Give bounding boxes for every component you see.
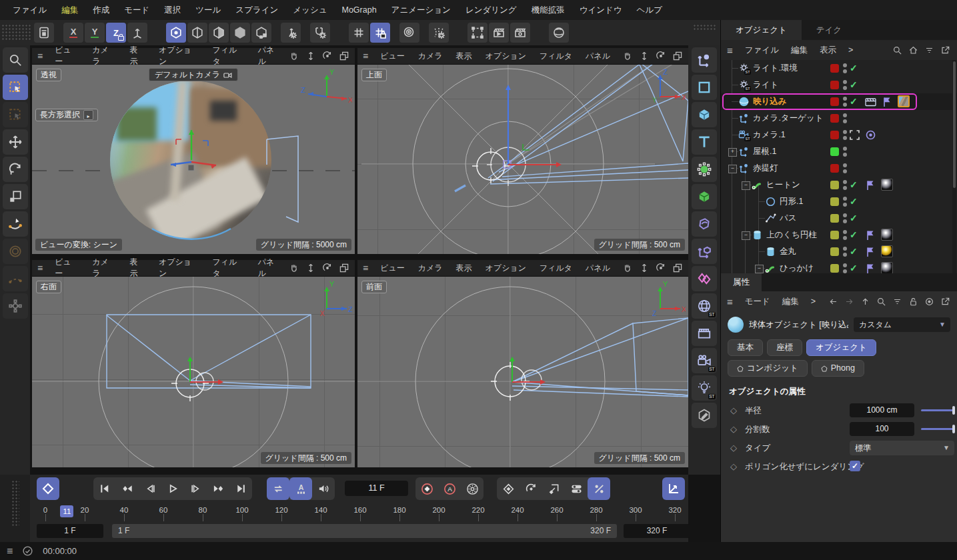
- record-keyframe-button[interactable]: [37, 477, 59, 500]
- key-diamond-icon[interactable]: ◇: [730, 457, 737, 476]
- null-object-button[interactable]: [692, 47, 717, 73]
- enabled-check-icon[interactable]: ✓: [850, 93, 858, 110]
- maximize-icon[interactable]: [339, 263, 349, 273]
- enabled-check-icon[interactable]: ✓: [850, 210, 858, 227]
- attr-tab-2[interactable]: オブジェクト: [806, 339, 876, 356]
- object-row-ひっかけ[interactable]: −ひっかけ✓: [721, 260, 957, 273]
- visibility-dots[interactable]: [843, 63, 847, 73]
- enabled-check-icon[interactable]: ✓: [850, 260, 858, 273]
- grid-snap-button[interactable]: [349, 23, 369, 43]
- text-object-button[interactable]: [692, 129, 717, 155]
- filter-icon[interactable]: [892, 297, 902, 307]
- attr-menu-1[interactable]: 編集: [776, 296, 805, 307]
- camera-button[interactable]: ST: [692, 348, 717, 373]
- viewport-right-canvas[interactable]: Y X Z 右面 グリッド間隔 : 500 cm: [32, 277, 355, 467]
- object-row-赤提灯[interactable]: −赤提灯: [721, 160, 957, 177]
- viewport-menu-1[interactable]: カメラ: [411, 51, 449, 62]
- flag-tag-icon[interactable]: [864, 245, 877, 258]
- object-name[interactable]: 金丸: [780, 243, 796, 260]
- flag-tag-icon[interactable]: [864, 229, 877, 241]
- attr-menu-icon[interactable]: ≡: [721, 296, 739, 307]
- viewport-menu-1[interactable]: カメラ: [85, 45, 123, 67]
- lock-y-axis-button[interactable]: Y: [85, 23, 105, 43]
- material-edit-button[interactable]: [692, 403, 717, 428]
- status-menu-icon[interactable]: ≡: [7, 545, 13, 557]
- viewport-menu-4[interactable]: フィルタ: [205, 257, 251, 279]
- stage-button[interactable]: [692, 321, 717, 346]
- viewport-menu-4[interactable]: フィルタ: [533, 51, 579, 62]
- viewport-menu-4[interactable]: フィルタ: [533, 263, 579, 274]
- object-name[interactable]: ひっかけ: [780, 260, 814, 273]
- visibility-dots[interactable]: [843, 197, 847, 207]
- value-checkbox[interactable]: ✓: [850, 461, 860, 471]
- layer-color-chip[interactable]: [830, 214, 839, 223]
- instance-button[interactable]: [692, 239, 717, 264]
- tool-popup-icon[interactable]: ▸: [83, 110, 93, 120]
- viewport-menu-icon[interactable]: ≡: [32, 51, 48, 61]
- menu-item-10[interactable]: レンダリング: [458, 5, 524, 16]
- viewport-menu-icon[interactable]: ≡: [357, 263, 373, 273]
- visibility-dots[interactable]: [843, 130, 847, 140]
- pan-icon[interactable]: [622, 263, 633, 273]
- enabled-check-icon[interactable]: ✓: [850, 60, 858, 77]
- autokey-display-button[interactable]: A: [289, 477, 312, 500]
- object-name[interactable]: パス: [780, 210, 797, 227]
- object-row-ライト.環境[interactable]: STライト.環境✓: [721, 60, 957, 77]
- object-row-ヒートン[interactable]: −ヒートン✓: [721, 177, 957, 193]
- rotate-tool-button[interactable]: [3, 157, 28, 182]
- render-tag-icon[interactable]: [864, 95, 877, 108]
- mirror-button[interactable]: [429, 23, 449, 43]
- preset-dropdown[interactable]: カスタム▼: [854, 317, 950, 332]
- viewport-menu-0[interactable]: ビュー: [373, 263, 411, 274]
- mode-edges-button[interactable]: [187, 23, 207, 43]
- layer-color-chip[interactable]: [830, 264, 839, 273]
- viewport-menu-2[interactable]: 表示: [123, 257, 152, 279]
- attr-tab-0[interactable]: 基本: [728, 339, 763, 356]
- manager-tab-0[interactable]: オブジェクト: [721, 20, 802, 40]
- om-menu-2[interactable]: 表示: [814, 45, 842, 56]
- snap-button[interactable]: [310, 23, 330, 43]
- object-name[interactable]: ライト.環境: [753, 60, 798, 77]
- key-parameter-button[interactable]: [565, 477, 588, 500]
- visibility-dots[interactable]: [843, 213, 847, 223]
- sphere-object-icon[interactable]: [738, 96, 750, 107]
- object-name[interactable]: 映り込み: [753, 93, 787, 110]
- material-tag-silver[interactable]: [881, 229, 893, 241]
- simulation-off-button[interactable]: [588, 477, 610, 500]
- key-diamond-icon[interactable]: ◇: [730, 439, 737, 457]
- key-position-button[interactable]: [497, 477, 520, 500]
- null-object-icon[interactable]: [738, 146, 750, 157]
- render-view-button[interactable]: [489, 23, 509, 43]
- object-row-金丸[interactable]: 金丸✓: [721, 243, 957, 260]
- zoom-view-icon[interactable]: [305, 263, 316, 273]
- value-field[interactable]: 100: [850, 422, 914, 436]
- cylinder-object-icon[interactable]: [765, 246, 776, 257]
- object-name[interactable]: 赤提灯: [753, 160, 778, 177]
- flag-tag-icon[interactable]: [881, 95, 894, 108]
- menu-item-6[interactable]: スプライン: [228, 5, 285, 16]
- play-button[interactable]: [161, 477, 184, 500]
- object-name[interactable]: カメラ.1: [753, 127, 786, 143]
- layer-color-chip[interactable]: [830, 97, 839, 106]
- value-field[interactable]: 1000 cm: [850, 403, 914, 417]
- material-tag-silver[interactable]: [881, 179, 893, 191]
- target-tag-icon[interactable]: [864, 129, 877, 141]
- viewport-menu-5[interactable]: パネル: [579, 263, 617, 274]
- object-name[interactable]: ライト: [753, 77, 778, 93]
- viewport-menu-0[interactable]: ビュー: [373, 51, 411, 62]
- attr-tab-1[interactable]: 座標: [767, 339, 802, 356]
- visibility-dots[interactable]: [843, 247, 847, 257]
- joint-tool-button[interactable]: [3, 293, 28, 319]
- enabled-check-icon[interactable]: ✓: [850, 227, 858, 243]
- visibility-dots[interactable]: [843, 163, 847, 173]
- enabled-check-icon[interactable]: ✓: [850, 193, 858, 210]
- timeline-ruler[interactable]: 0204060801001201401601802002202402602803…: [30, 504, 688, 521]
- viewport-menu-icon[interactable]: ≡: [357, 51, 373, 61]
- visibility-dots[interactable]: [843, 113, 847, 123]
- visibility-dots[interactable]: [843, 263, 847, 273]
- modeling-axis-button[interactable]: [281, 23, 301, 43]
- orbit-icon[interactable]: [322, 51, 333, 61]
- pen-tool-button[interactable]: [3, 211, 28, 237]
- null-object-icon[interactable]: [738, 163, 750, 174]
- menu-item-9[interactable]: アニメーション: [384, 5, 458, 16]
